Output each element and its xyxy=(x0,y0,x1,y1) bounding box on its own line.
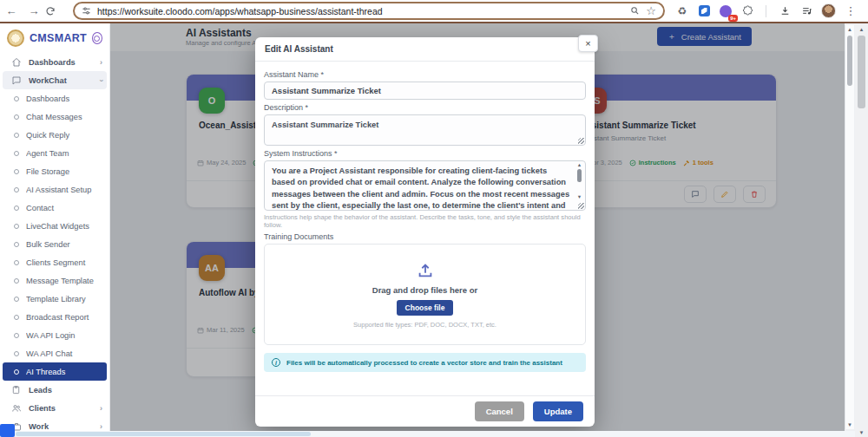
chevron-down-icon: › xyxy=(97,79,106,82)
sidebar-item-label: AI Threads xyxy=(26,368,102,376)
circle-icon xyxy=(14,133,19,138)
sidebar-item-template-library[interactable]: Template Library xyxy=(0,290,109,308)
sidebar-item-label: Chat Messages xyxy=(26,113,102,121)
media-queue-icon[interactable] xyxy=(799,4,813,18)
sidebar-item-file-storage[interactable]: File Storage xyxy=(0,162,109,180)
sidebar-item-ai-threads[interactable]: AI Threads xyxy=(3,362,107,381)
circle-icon xyxy=(14,333,19,338)
blue-extension-icon[interactable] xyxy=(697,4,711,18)
bottom-left-widget[interactable] xyxy=(0,424,15,437)
bookmark-star-icon[interactable]: ☆ xyxy=(646,4,656,17)
refresh-icon[interactable] xyxy=(45,6,68,16)
circle-icon xyxy=(14,242,19,247)
sidebar-item-bulk-sender[interactable]: Bulk Sender xyxy=(0,235,109,253)
scroll-down-icon[interactable]: ▼ xyxy=(845,421,854,429)
users-icon xyxy=(10,402,22,414)
clipboard-icon xyxy=(10,384,22,395)
sidebar-item-broadcast-report[interactable]: Broadcast Report xyxy=(0,308,109,326)
toolbar-divider xyxy=(766,5,766,17)
scroll-down-icon[interactable]: ▼ xyxy=(855,428,868,437)
sidebar-item-quick-reply[interactable]: Quick Reply xyxy=(0,126,109,144)
sidebar-item-wa-api-chat[interactable]: WA API Chat xyxy=(0,344,109,362)
scroll-up-icon[interactable]: ▲ xyxy=(855,25,868,34)
browser-toolbar: ← → https://worksuite.cloodo.com/apps/wh… xyxy=(0,0,868,23)
sidebar-item-workchat[interactable]: WorkChat › xyxy=(3,71,107,89)
sidebar-item-message-template[interactable]: Message Template xyxy=(0,271,109,290)
sidebar-item-dashboards[interactable]: Dashboards › xyxy=(0,53,109,71)
sidebar-item-label: Agent Team xyxy=(26,149,102,158)
description-label: Description * xyxy=(264,103,586,112)
scroll-down-icon[interactable]: ▼ xyxy=(577,194,582,199)
scroll-up-icon[interactable]: ▲ xyxy=(577,162,582,167)
scrollbar-thumb[interactable] xyxy=(16,432,311,436)
purple-extension-icon[interactable]: 9+ xyxy=(719,4,733,18)
circle-icon xyxy=(14,260,19,265)
circle-icon xyxy=(14,278,19,284)
cmsmart-logo xyxy=(7,29,24,47)
close-icon[interactable]: × xyxy=(578,35,598,52)
sidebar-item-label: Dashboards xyxy=(26,95,102,103)
page-scrollbar[interactable]: ▲ ▼ xyxy=(845,25,854,429)
chat-icon xyxy=(10,75,22,86)
sidebar-item-chat-messages[interactable]: Chat Messages xyxy=(0,108,109,126)
sidebar-item-label: File Storage xyxy=(26,167,102,176)
sidebar-item-label: Contact xyxy=(26,204,102,212)
sidebar-item-leads[interactable]: Leads xyxy=(0,381,109,399)
browser-scrollbar[interactable]: ▲ ▼ xyxy=(855,25,868,437)
sidebar-item-clients-segment[interactable]: Clients Segment xyxy=(0,253,109,271)
sidebar-item-label: Work xyxy=(29,422,93,431)
choose-file-button[interactable]: Choose file xyxy=(397,300,454,316)
info-icon: i xyxy=(272,358,280,367)
puzzle-extensions-icon[interactable] xyxy=(740,4,754,18)
sidebar-item-label: WA API Chat xyxy=(26,349,102,358)
sidebar-header: CMSMART xyxy=(0,23,109,53)
recycle-extension-icon[interactable]: ♻ xyxy=(675,4,689,18)
update-button[interactable]: Update xyxy=(533,401,583,421)
cancel-button[interactable]: Cancel xyxy=(475,401,524,421)
kebab-menu-icon[interactable]: ⋮ xyxy=(844,4,858,18)
sidebar-item-wa-api-login[interactable]: WA API Login xyxy=(0,326,109,344)
settings-target-icon[interactable] xyxy=(92,32,102,44)
url-text[interactable]: https://worksuite.cloodo.com/apps/whatsa… xyxy=(97,6,624,16)
sidebar-item-clients[interactable]: Clients › xyxy=(0,399,109,417)
upload-icon xyxy=(416,261,435,280)
horizontal-scrollbar[interactable] xyxy=(0,431,855,437)
sidebar-item-label: WA API Login xyxy=(26,331,102,340)
sidebar-item-label: Quick Reply xyxy=(26,131,102,140)
circle-icon xyxy=(14,187,19,192)
system-instructions-textarea[interactable]: You are a Project Assistant responsible … xyxy=(264,160,586,211)
assistant-name-input[interactable] xyxy=(264,82,586,100)
download-icon[interactable] xyxy=(778,4,792,18)
circle-icon xyxy=(14,96,19,101)
sidebar-item-ai-assistant-setup[interactable]: AI Assistant Setup xyxy=(0,180,109,199)
zoom-icon[interactable] xyxy=(630,6,640,16)
sidebar-item-label: Bulk Sender xyxy=(26,240,102,249)
profile-avatar[interactable] xyxy=(821,3,836,18)
scrollbar-thumb[interactable] xyxy=(577,169,582,182)
sidebar-item-livechat-widgets[interactable]: LiveChat Widgets xyxy=(0,217,109,235)
textarea-scrollbar[interactable]: ▲ ▼ xyxy=(575,162,584,203)
address-bar[interactable]: https://worksuite.cloodo.com/apps/whatsa… xyxy=(73,2,665,20)
sidebar-item-agent-team[interactable]: Agent Team xyxy=(0,144,109,162)
resize-handle-icon[interactable] xyxy=(578,203,584,209)
resize-handle-icon[interactable] xyxy=(578,138,584,144)
sidebar-item-contact[interactable]: Contact xyxy=(0,199,109,217)
scrollbar-thumb[interactable] xyxy=(847,36,852,86)
circle-icon xyxy=(14,151,19,156)
scroll-up-icon[interactable]: ▲ xyxy=(845,25,854,34)
chevron-right-icon: › xyxy=(100,404,102,413)
sidebar-item-label: AI Assistant Setup xyxy=(26,186,102,194)
scrollbar-thumb[interactable] xyxy=(858,36,865,108)
sidebar-item-label: Template Library xyxy=(26,295,102,303)
info-text: Files will be automatically processed to… xyxy=(286,359,562,367)
circle-icon xyxy=(14,224,19,229)
modal-title: Edit AI Assistant xyxy=(255,37,595,62)
forward-icon[interactable]: → xyxy=(23,4,45,17)
sidebar-item-dashboards-sub[interactable]: Dashboards xyxy=(0,89,109,108)
sidebar-item-label: Dashboards xyxy=(29,58,93,67)
file-dropzone[interactable]: Drag and drop files here or Choose file … xyxy=(264,244,586,345)
site-settings-icon[interactable] xyxy=(82,6,91,16)
back-icon[interactable]: ← xyxy=(0,4,23,17)
sidebar: CMSMART Dashboards › WorkChat › Dashboar… xyxy=(0,23,110,437)
description-textarea[interactable]: Assistant Summarize Ticket xyxy=(264,114,586,146)
